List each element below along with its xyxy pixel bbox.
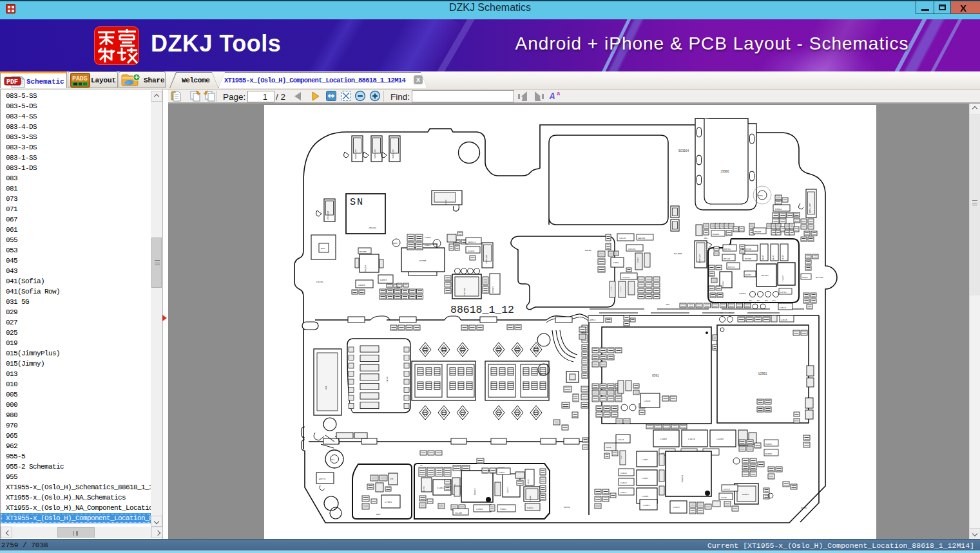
svg-text:C1617: C1617: [620, 491, 627, 494]
svg-text:ANT79: ANT79: [319, 478, 325, 480]
svg-text:T1: T1: [729, 312, 731, 314]
svg-text:R1636: R1636: [765, 443, 772, 445]
svg-text:B3707: B3707: [745, 274, 751, 276]
svg-text:C2523: C2523: [780, 306, 786, 309]
svg-text:U1601: U1601: [681, 475, 684, 483]
svg-text:SIM1: SIM1: [386, 377, 389, 383]
svg-text:C1713: C1713: [724, 488, 730, 491]
svg-text:L1603: L1603: [716, 438, 724, 440]
svg-text:C1300: C1300: [476, 508, 483, 511]
svg-text:CR402: CR402: [722, 281, 724, 287]
svg-text:DB1: DB1: [704, 238, 708, 239]
svg-text:CN3231: CN3231: [628, 248, 636, 250]
svg-text:B4536: B4536: [360, 250, 367, 253]
svg-text:C1613: C1613: [673, 506, 680, 509]
svg-text:A: A: [549, 91, 555, 102]
svg-text:BT2: BT2: [757, 300, 760, 302]
svg-text:C4906: C4906: [425, 236, 431, 239]
svg-text:B8: B8: [325, 386, 327, 389]
svg-text:C1602: C1602: [620, 455, 622, 460]
svg-text:B3703: B3703: [745, 258, 751, 260]
svg-text:BT4: BT4: [773, 300, 776, 302]
svg-text:C1618: C1618: [620, 482, 627, 484]
svg-text:B3748: B3748: [745, 248, 751, 250]
svg-text:C4506: C4506: [358, 284, 365, 286]
svg-text:B6S65: B6S65: [564, 506, 570, 509]
svg-text:CT5: CT5: [390, 478, 394, 480]
svg-text:L1606: L1606: [642, 495, 648, 498]
svg-text:L1610: L1610: [644, 400, 650, 402]
svg-text:C3463: C3463: [802, 277, 808, 279]
svg-text:MI1: MI1: [331, 459, 335, 461]
svg-text:E3903: E3903: [754, 230, 761, 233]
svg-text:C4MA71: C4MA71: [492, 286, 494, 294]
svg-text:ANT6910: ANT6910: [327, 211, 329, 220]
svg-text:C1619: C1619: [620, 472, 627, 474]
svg-text:I4120: I4120: [619, 237, 626, 239]
svg-text:U2901: U2901: [758, 372, 767, 375]
svg-text:IA4121: IA4121: [468, 241, 476, 243]
svg-text:C4011: C4011: [527, 507, 533, 509]
svg-text:LT501: LT501: [385, 501, 392, 503]
svg-text:C4912: C4912: [425, 244, 431, 247]
svg-text:JM700: JM700: [419, 259, 427, 262]
svg-text:C2525: C2525: [781, 319, 787, 321]
svg-text:I2604: I2604: [643, 504, 649, 507]
svg-text:I1306: I1306: [474, 488, 476, 496]
svg-text:F3502: F3502: [500, 508, 506, 511]
svg-text:B3713: B3713: [728, 266, 735, 268]
svg-text:L1301: L1301: [506, 487, 509, 493]
svg-text:B1501: B1501: [742, 493, 749, 496]
svg-text:INT2: INT2: [434, 243, 438, 245]
svg-text:ANT6902: ANT6902: [392, 149, 394, 159]
svg-text:PM2: PM2: [758, 194, 764, 197]
svg-text:C3765: C3765: [762, 255, 764, 260]
svg-text:Q4003: Q4003: [380, 279, 387, 281]
svg-text:JR204: JR204: [369, 227, 377, 229]
svg-text:L1602: L1602: [642, 477, 648, 480]
svg-text:I4302: I4302: [613, 261, 619, 264]
svg-text:I3700: I3700: [739, 292, 745, 295]
svg-text:BILGER: BILGER: [674, 252, 682, 255]
svg-text:J3201: J3201: [316, 281, 324, 283]
svg-text:DAC301: DAC301: [638, 237, 646, 239]
svg-text:C1426: C1426: [423, 486, 425, 492]
svg-text:D4404: D4404: [463, 288, 466, 296]
svg-text:BM1: BM1: [321, 247, 326, 250]
svg-text:B3905: B3905: [713, 233, 719, 236]
svg-text:C31234: C31234: [610, 286, 612, 292]
svg-text:C4: C4: [420, 465, 423, 467]
svg-text:SN: SN: [350, 197, 364, 208]
svg-text:BT1: BT1: [749, 300, 753, 302]
svg-text:C1613: C1613: [618, 439, 624, 441]
svg-text:PS/M2: PS/M2: [364, 265, 367, 272]
svg-text:C1615: C1615: [606, 447, 611, 449]
svg-text:L3701: L3701: [782, 275, 784, 281]
svg-text:C3767: C3767: [782, 255, 783, 260]
svg-text:B3504: B3504: [775, 208, 782, 211]
svg-text:L1616: L1616: [688, 438, 695, 440]
svg-text:B3720: B3720: [724, 258, 730, 260]
svg-text:88618_1_12: 88618_1_12: [450, 304, 514, 316]
svg-text:J3306: J3306: [720, 170, 729, 173]
svg-text:L1607: L1607: [642, 458, 648, 461]
svg-text:A3011: A3011: [590, 319, 596, 321]
svg-text:DB2: DB2: [666, 304, 670, 306]
svg-text:IC4132: IC4132: [622, 276, 630, 279]
svg-text:SG3904: SG3904: [678, 149, 689, 153]
svg-text:ANT7400: ANT7400: [809, 203, 811, 213]
svg-text:MIGR4: MIGR4: [801, 507, 807, 509]
svg-text:B3701: B3701: [762, 274, 769, 277]
svg-text:C3766: C3766: [772, 255, 774, 260]
svg-text:B63: B63: [376, 513, 380, 516]
svg-text:L1608: L1608: [660, 438, 667, 440]
svg-text:BT3: BT3: [765, 300, 768, 302]
svg-text:ANT6900B: ANT6900B: [698, 254, 700, 263]
svg-text:C1304: C1304: [499, 472, 504, 474]
svg-text:BCLGT: BCLGT: [816, 276, 824, 279]
svg-text:a: a: [557, 91, 561, 97]
svg-text:ANT6900: ANT6900: [354, 149, 357, 159]
svg-text:N3032: N3032: [637, 258, 639, 263]
svg-text:IC1405: IC1405: [455, 512, 462, 514]
svg-text:B3702: B3702: [724, 248, 731, 250]
